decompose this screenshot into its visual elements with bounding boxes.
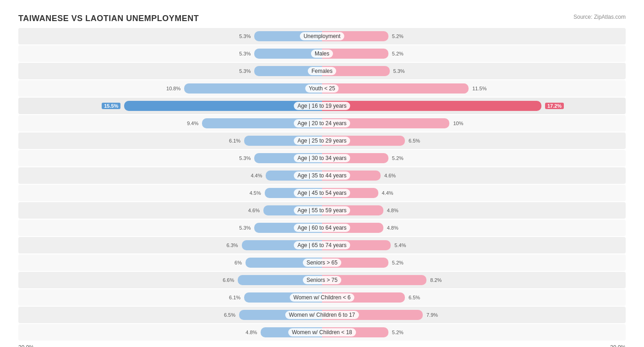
bar-row: 5.3% Age | 60 to 64 years 4.8% xyxy=(18,220,626,236)
bar-wrapper: 6.1% Age | 25 to 29 years 6.5% xyxy=(18,132,626,149)
bar-value-right: 4.8% xyxy=(387,225,398,231)
bar-value-right: 4.6% xyxy=(384,173,396,178)
bar-wrapper: 5.3% Males 5.2% xyxy=(18,45,626,62)
bar-value-right: 11.5% xyxy=(472,86,486,91)
bar-value-left: 6% xyxy=(235,260,242,265)
bar-value-left: 5.3% xyxy=(239,68,251,74)
bar-value-left: 6.6% xyxy=(223,277,234,283)
bar-center-label: Males xyxy=(311,50,333,58)
bar-row: 15.5% Age | 16 to 19 years 17.2% xyxy=(18,98,626,114)
bar-center-label: Age | 25 to 29 years xyxy=(294,137,350,145)
bar-value-right: 5.2% xyxy=(392,155,404,161)
bar-value-right: 6.5% xyxy=(409,138,420,143)
bar-blue xyxy=(184,83,322,94)
bar-row: 5.3% Males 5.2% xyxy=(18,45,626,62)
bar-wrapper: 4.6% Age | 55 to 59 years 4.8% xyxy=(18,202,626,219)
bar-row: 4.8% Women w/ Children < 18 5.2% xyxy=(18,324,626,341)
bar-row: 5.3% Females 5.3% xyxy=(18,63,626,79)
chart-container: TAIWANESE VS LAOTIAN UNEMPLOYMENT Source… xyxy=(9,9,635,347)
bar-value-right: 7.9% xyxy=(426,312,438,318)
bar-center-label: Age | 35 to 44 years xyxy=(294,171,350,180)
bar-center-label: Age | 16 to 19 years xyxy=(294,102,350,110)
bar-value-left: 15.5% xyxy=(102,103,120,109)
bar-center-label: Age | 55 to 59 years xyxy=(294,206,350,215)
bar-wrapper: 6% Seniors > 65 5.2% xyxy=(18,254,626,271)
bar-value-left: 6.5% xyxy=(224,312,235,318)
axis-left: 20.0% xyxy=(18,344,34,347)
bar-value-right: 17.2% xyxy=(545,103,564,109)
bar-center-label: Youth < 25 xyxy=(305,84,338,93)
bar-value-left: 6.3% xyxy=(227,242,238,248)
bar-value-left: 6.1% xyxy=(229,138,240,143)
bar-value-right: 5.4% xyxy=(394,242,406,248)
bar-value-left: 4.6% xyxy=(248,208,260,213)
bar-value-left: 5.3% xyxy=(239,33,251,39)
bar-wrapper: 4.8% Women w/ Children < 18 5.2% xyxy=(18,324,626,341)
bar-row: 6.3% Age | 65 to 74 years 5.4% xyxy=(18,237,626,253)
bar-value-right: 5.2% xyxy=(392,330,404,335)
bar-wrapper: 10.8% Youth < 25 11.5% xyxy=(18,80,626,97)
bar-center-label: Seniors > 75 xyxy=(303,276,341,284)
bar-value-right: 10% xyxy=(453,121,463,126)
bar-value-left: 10.8% xyxy=(166,86,180,91)
bar-wrapper: 6.3% Age | 65 to 74 years 5.4% xyxy=(18,237,626,253)
bar-center-label: Age | 65 to 74 years xyxy=(294,241,350,249)
bar-row: 4.5% Age | 45 to 54 years 4.4% xyxy=(18,185,626,201)
bar-center-label: Women w/ Children 6 to 17 xyxy=(285,311,359,319)
bar-row: 4.6% Age | 55 to 59 years 4.8% xyxy=(18,202,626,219)
bar-value-left: 6.1% xyxy=(229,295,240,300)
bar-wrapper: 5.3% Age | 30 to 34 years 5.2% xyxy=(18,150,626,166)
bar-value-left: 5.3% xyxy=(239,155,251,161)
bar-center-label: Women w/ Children < 6 xyxy=(290,293,355,302)
bar-wrapper: 6.5% Women w/ Children 6 to 17 7.9% xyxy=(18,307,626,323)
bar-center-label: Age | 30 to 34 years xyxy=(294,154,350,162)
bar-wrapper: 9.4% Age | 20 to 24 years 10% xyxy=(18,115,626,132)
axis-row: 20.0% 20.0% xyxy=(18,344,626,347)
bar-center-label: Age | 20 to 24 years xyxy=(294,119,350,127)
bar-value-right: 4.4% xyxy=(382,190,393,196)
bar-wrapper: 5.3% Age | 60 to 64 years 4.8% xyxy=(18,220,626,236)
rows-container: 5.3% Unemployment 5.2% 5.3% Males 5.2% xyxy=(18,28,626,341)
bar-value-left: 5.3% xyxy=(239,225,251,231)
bar-value-left: 5.3% xyxy=(239,51,251,56)
bar-wrapper: 5.3% Unemployment 5.2% xyxy=(18,28,626,44)
bar-row: 6% Seniors > 65 5.2% xyxy=(18,254,626,271)
bar-row: 6.5% Women w/ Children 6 to 17 7.9% xyxy=(18,307,626,323)
bar-row: 10.8% Youth < 25 11.5% xyxy=(18,80,626,97)
bar-value-right: 5.3% xyxy=(393,68,405,74)
bar-center-label: Unemployment xyxy=(300,32,344,40)
bar-value-right: 4.8% xyxy=(387,208,398,213)
bar-row: 6.1% Age | 25 to 29 years 6.5% xyxy=(18,132,626,149)
bar-pink xyxy=(322,83,469,94)
bar-pink xyxy=(322,101,541,111)
bar-wrapper: 6.1% Women w/ Children < 6 6.5% xyxy=(18,289,626,306)
bar-wrapper: 4.5% Age | 45 to 54 years 4.4% xyxy=(18,185,626,201)
bar-value-left: 4.5% xyxy=(250,190,261,196)
bar-value-left: 9.4% xyxy=(187,121,198,126)
bar-wrapper: 4.4% Age | 35 to 44 years 4.6% xyxy=(18,167,626,184)
bar-wrapper: 6.6% Seniors > 75 8.2% xyxy=(18,272,626,288)
bar-value-right: 8.2% xyxy=(430,277,442,283)
bar-center-label: Females xyxy=(308,67,336,75)
bar-row: 5.3% Age | 30 to 34 years 5.2% xyxy=(18,150,626,166)
bar-row: 5.3% Unemployment 5.2% xyxy=(18,28,626,44)
bar-value-left: 4.8% xyxy=(246,330,257,335)
bar-center-label: Women w/ Children < 18 xyxy=(288,328,356,336)
chart-title: TAIWANESE VS LAOTIAN UNEMPLOYMENT xyxy=(18,14,199,23)
bar-wrapper: 15.5% Age | 16 to 19 years 17.2% xyxy=(18,98,626,114)
source-text: Source: ZipAtlas.com xyxy=(573,14,626,20)
bar-row: 9.4% Age | 20 to 24 years 10% xyxy=(18,115,626,132)
bar-row: 4.4% Age | 35 to 44 years 4.6% xyxy=(18,167,626,184)
bar-value-right: 5.2% xyxy=(392,51,404,56)
bar-center-label: Seniors > 65 xyxy=(303,259,341,267)
bar-wrapper: 5.3% Females 5.3% xyxy=(18,63,626,79)
bar-center-label: Age | 60 to 64 years xyxy=(294,224,350,232)
bar-blue xyxy=(124,101,322,111)
axis-right: 20.0% xyxy=(610,344,626,347)
bar-row: 6.6% Seniors > 75 8.2% xyxy=(18,272,626,288)
bar-row: 6.1% Women w/ Children < 6 6.5% xyxy=(18,289,626,306)
bar-value-left: 4.4% xyxy=(251,173,262,178)
bar-value-right: 6.5% xyxy=(409,295,420,300)
bar-value-right: 5.2% xyxy=(392,33,404,39)
bar-center-label: Age | 45 to 54 years xyxy=(294,189,350,197)
